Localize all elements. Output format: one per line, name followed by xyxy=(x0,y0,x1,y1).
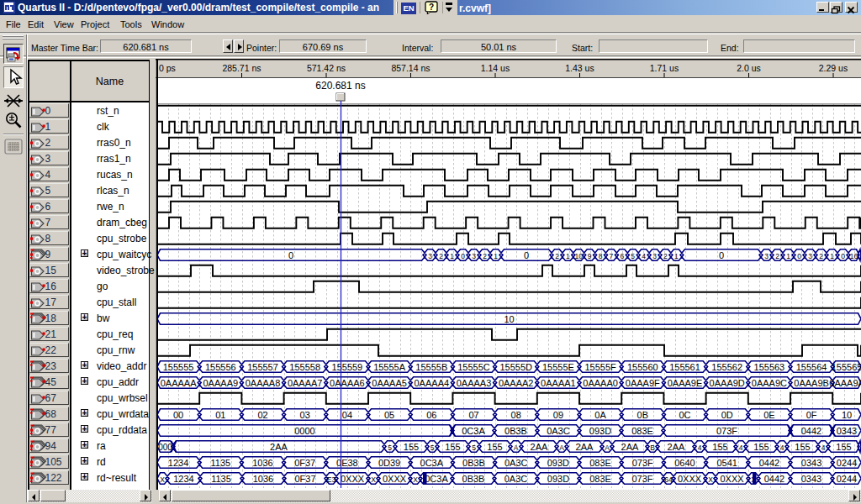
svg-text:0B3B: 0B3B xyxy=(462,474,485,484)
svg-text:3: 3 xyxy=(808,252,812,260)
svg-text:0442: 0442 xyxy=(801,426,821,436)
svg-text:0F37: 0F37 xyxy=(294,474,315,484)
svg-text:0AAA9C: 0AAA9C xyxy=(752,378,787,388)
svg-text:0C3A: 0C3A xyxy=(420,458,444,468)
svg-text:10: 10 xyxy=(504,314,514,324)
svg-text:000: 000 xyxy=(158,443,172,452)
svg-text:285.71 ns: 285.71 ns xyxy=(222,63,261,73)
svg-text:0AAAA5: 0AAAA5 xyxy=(372,378,407,388)
svg-text:155561: 155561 xyxy=(669,362,700,372)
svg-text:0AAA9A: 0AAA9A xyxy=(829,378,861,388)
svg-text:1: 1 xyxy=(494,252,498,260)
svg-text:08: 08 xyxy=(511,410,521,420)
svg-text:09: 09 xyxy=(553,410,563,420)
svg-text:5: 5 xyxy=(430,444,435,452)
svg-text:1.71 us: 1.71 us xyxy=(650,63,679,73)
svg-text:0C: 0C xyxy=(679,410,690,420)
svg-text:2AA: 2AA xyxy=(668,442,685,452)
svg-text:0AAAA6: 0AAAA6 xyxy=(330,378,365,388)
svg-text:0000: 0000 xyxy=(294,426,314,436)
svg-text:0C3A: 0C3A xyxy=(425,474,448,484)
svg-text:0D: 0D xyxy=(721,410,733,420)
svg-text:0AAAA2: 0AAAA2 xyxy=(499,378,534,388)
svg-text:093D: 093D xyxy=(589,426,611,436)
svg-text:0AAAA0: 0AAAA0 xyxy=(583,378,618,388)
svg-text:1036: 1036 xyxy=(252,458,272,468)
svg-text:2AA: 2AA xyxy=(621,442,639,452)
svg-text:E3: E3 xyxy=(327,475,336,484)
svg-text:00: 00 xyxy=(173,410,183,420)
svg-text:155557: 155557 xyxy=(247,362,278,372)
svg-text:155565: 155565 xyxy=(832,362,861,372)
svg-text:083E: 083E xyxy=(589,458,611,468)
svg-text:0541: 0541 xyxy=(716,458,737,468)
svg-text:0AAA9B: 0AAA9B xyxy=(794,378,829,388)
svg-text:571.42 ns: 571.42 ns xyxy=(307,63,346,73)
svg-text:0E: 0E xyxy=(763,410,774,420)
svg-text:0B: 0B xyxy=(637,410,648,420)
svg-text:1: 1 xyxy=(786,252,790,260)
svg-text:10: 10 xyxy=(842,410,852,420)
svg-text:155: 155 xyxy=(404,442,419,452)
svg-text:02: 02 xyxy=(257,410,267,420)
svg-text:155: 155 xyxy=(445,442,460,452)
svg-text:4: 4 xyxy=(780,444,784,452)
svg-text:1: 1 xyxy=(830,252,834,260)
svg-text:0D39: 0D39 xyxy=(378,458,400,468)
svg-text:857.14 ns: 857.14 ns xyxy=(391,63,430,73)
svg-text:4: 4 xyxy=(821,444,826,452)
svg-text:083E: 083E xyxy=(631,426,653,436)
svg-text:0AAAA8: 0AAAA8 xyxy=(246,378,281,388)
svg-text:1234: 1234 xyxy=(168,458,188,468)
svg-text:0AAA9E: 0AAA9E xyxy=(668,378,703,388)
svg-text:0640: 0640 xyxy=(674,458,695,468)
svg-text:5: 5 xyxy=(631,252,635,260)
svg-text:0F37: 0F37 xyxy=(294,458,315,468)
svg-text:0B3B: 0B3B xyxy=(462,458,485,468)
svg-text:2: 2 xyxy=(483,252,487,260)
svg-text:073F: 073F xyxy=(631,474,652,484)
svg-text:8: 8 xyxy=(599,252,603,260)
svg-text:0XXX: 0XXX xyxy=(720,474,744,484)
svg-text:155560: 155560 xyxy=(627,362,658,372)
svg-text:01: 01 xyxy=(215,410,225,420)
svg-text:2: 2 xyxy=(775,252,779,260)
svg-text:3: 3 xyxy=(428,252,432,260)
svg-text:0E38: 0E38 xyxy=(336,458,358,468)
svg-text:083E: 083E xyxy=(589,474,611,484)
svg-text:2AA: 2AA xyxy=(576,442,594,452)
svg-text:0B3B: 0B3B xyxy=(504,426,527,436)
svg-text:0A3C: 0A3C xyxy=(547,426,570,436)
svg-text:15555B: 15555B xyxy=(415,362,447,372)
svg-text:03: 03 xyxy=(300,410,310,420)
svg-text:0A3C: 0A3C xyxy=(504,458,528,468)
svg-text:X: X xyxy=(160,475,165,484)
svg-text:1: 1 xyxy=(450,252,454,260)
svg-text:0AAAAA: 0AAAAA xyxy=(161,378,197,388)
svg-text:0: 0 xyxy=(841,252,845,260)
svg-text:4: 4 xyxy=(739,444,743,452)
svg-text:15555F: 15555F xyxy=(584,362,616,372)
svg-text:155555: 155555 xyxy=(163,362,194,372)
svg-text:0244: 0244 xyxy=(837,458,857,468)
svg-text:07: 07 xyxy=(468,410,478,420)
svg-text:15555C: 15555C xyxy=(457,362,490,372)
svg-text:0343: 0343 xyxy=(837,426,857,436)
svg-text:0AAA9F: 0AAA9F xyxy=(626,378,660,388)
svg-text:0: 0 xyxy=(288,250,293,260)
svg-text:1.43 us: 1.43 us xyxy=(565,63,594,73)
svg-text:0442: 0442 xyxy=(759,458,779,468)
svg-text:0A3C: 0A3C xyxy=(504,474,528,484)
svg-text:3: 3 xyxy=(764,252,769,260)
svg-text:05: 05 xyxy=(384,410,394,420)
svg-text:X: X xyxy=(371,475,376,484)
svg-text:5: 5 xyxy=(472,444,476,452)
svg-text:B: B xyxy=(650,444,655,452)
svg-text:?: ? xyxy=(429,3,434,12)
svg-text:0AAAA9: 0AAAA9 xyxy=(203,378,239,388)
svg-text:2AA: 2AA xyxy=(270,442,288,452)
svg-text:155: 155 xyxy=(753,442,769,452)
svg-text:9: 9 xyxy=(588,252,592,260)
svg-text:04: 04 xyxy=(342,410,352,420)
svg-text:15555E: 15555E xyxy=(542,362,574,372)
